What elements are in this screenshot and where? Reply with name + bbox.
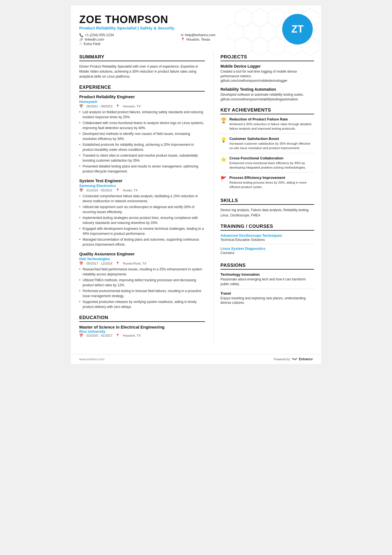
avatar: ZT (282, 14, 313, 45)
achievement-title-1: Reduction of Product Failure Rate (229, 117, 314, 121)
phone-item: 📞 +1-(234)-555-1234 (79, 33, 175, 37)
achievement-content-4: Process Efficiency Improvement Reduced t… (229, 176, 314, 189)
training-title: TRAINING / COURSES (220, 224, 314, 231)
bullet-3-3: Performed environmental testing to forec… (79, 288, 205, 299)
candidate-name: ZOE THOMPSON (79, 14, 277, 26)
achievement-item-4: 🚩 Process Efficiency Improvement Reduced… (220, 176, 314, 192)
company-name-2: Samsung Electronics (79, 184, 205, 188)
skills-text: Device log analysis, Failure data analys… (220, 208, 314, 218)
edu-calendar-icon: 📅 (79, 334, 83, 337)
brand-name: Enhancv (299, 357, 313, 361)
project-item-2: Reliability Testing Automation Developed… (220, 87, 314, 102)
achievement-title-4: Process Efficiency Improvement (229, 176, 314, 180)
email-value: help@enhancv.com (185, 33, 215, 37)
phone-icon: 📞 (79, 33, 83, 37)
achievement-desc-2: Increased customer satisfaction by 35% t… (229, 141, 314, 150)
training-item-1: Advanced Oscilloscope Techniques Technic… (220, 233, 314, 244)
linkedin-value: linkedin.com (85, 38, 104, 41)
edu-location-icon: 📍 (116, 334, 120, 337)
email-item: ✉ help@enhancv.com (181, 33, 277, 37)
education-title: EDUCATION (79, 315, 205, 322)
email-icon: ✉ (181, 33, 183, 37)
job-item-3: Quality Assurance Engineer Dell Technolo… (79, 251, 205, 309)
bullet-1-4: Established protocols for reliability te… (79, 142, 205, 152)
job-meta-1: 📅 06/2021 - 09/2023 📍 Houston, TX (79, 104, 205, 108)
achievement-desc-1: Achieved a 30% reduction in failure rate… (229, 122, 314, 131)
company-name-1: Honeywell (79, 100, 205, 104)
edu-meta-1: 📅 01/2015 - 01/2017 📍 Houston, TX (79, 334, 205, 337)
bullet-3-2: Utilized FMEA methods, improving defect … (79, 278, 205, 288)
powered-by-label: Powered by (274, 357, 290, 361)
job-meta-2: 📅 01/2019 - 05/2021 📍 Austin, TX (79, 188, 205, 192)
extra-field-value: Extra Field (84, 42, 100, 46)
extra-field-item: ☆ Extra Field (79, 42, 175, 46)
achievements-title: KEY ACHIEVEMENTS (220, 107, 314, 114)
location-icon-2: 📍 (116, 188, 120, 192)
calendar-icon-2: 📅 (79, 188, 83, 192)
project-title-1: Mobile Device Logger (220, 64, 314, 68)
experience-title: EXPERIENCE (79, 85, 205, 92)
edu-date-1: 01/2015 - 01/2017 (86, 334, 112, 337)
location-item: 📍 Houston, Texas (181, 38, 277, 41)
achievement-item-1: 🏆 Reduction of Product Failure Rate Achi… (220, 117, 314, 134)
summary-text: Driven Product Reliability Specialist wi… (79, 64, 205, 79)
job-meta-3: 📅 05/2017 - 12/2018 📍 Round Rock, TX (79, 262, 205, 265)
training-org-2: Coursera (220, 251, 314, 255)
bullet-2-2: Utilized lab equipment such as oscillosc… (79, 204, 205, 214)
achievement-desc-3: Enhanced cross-functional team efficienc… (229, 161, 314, 170)
job-title-3: Quality Assurance Engineer (79, 251, 205, 256)
bullet-2-1: Conducted comprehensive failure data ana… (79, 194, 205, 204)
training-name-1: Advanced Oscilloscope Techniques (220, 233, 314, 238)
passion-desc-2: Enjoys traveling and exploring new place… (220, 296, 314, 305)
edu-location-1: Houston, TX (123, 334, 141, 337)
location-icon-3: 📍 (116, 262, 120, 265)
edu-item-1: Master of Science in Electrical Engineer… (79, 325, 205, 337)
location-icon-1: 📍 (116, 104, 120, 108)
passion-title-1: Technology Innovation (220, 272, 314, 277)
project-item-1: Mobile Device Logger Created a tool for … (220, 64, 314, 83)
achievement-content-2: Customer Satisfaction Boost Increased cu… (229, 137, 314, 150)
calendar-icon-1: 📅 (79, 104, 83, 108)
achievement-icon-4: 🚩 (220, 176, 227, 189)
job-date-1: 06/2021 - 09/2023 (86, 105, 112, 108)
calendar-icon-3: 📅 (79, 262, 83, 265)
passions-section: PASSIONS Technology Innovation Passionat… (220, 263, 314, 307)
job-item-1: Product Reliability Engineer Honeywell 📅… (79, 94, 205, 174)
achievement-title-2: Customer Satisfaction Boost (229, 137, 314, 141)
job-item-2: System Test Engineer Samsung Electronics… (79, 178, 205, 247)
training-section: TRAINING / COURSES Advanced Oscilloscope… (220, 224, 314, 257)
candidate-title: Product Reliability Specialist | Safety … (79, 26, 277, 30)
linkedin-item: 🔗 linkedin.com (79, 38, 175, 41)
right-column: PROJECTS Mobile Device Logger Created a … (214, 51, 321, 346)
header-left: ZOE THOMPSON Product Reliability Special… (79, 14, 277, 46)
achievement-icon-3: ⭐ (220, 156, 227, 170)
link-icon: 🔗 (79, 38, 83, 41)
footer-brand: Powered by Enhancv (274, 357, 313, 361)
skills-title: SKILLS (220, 198, 314, 205)
summary-title: SUMMARY (79, 54, 205, 61)
passion-item-1: Technology Innovation Passionate about e… (220, 272, 314, 289)
company-name-3: Dell Technologies (79, 257, 205, 261)
achievement-title-3: Cross-Functional Collaboration (229, 156, 314, 160)
training-name-2: Linux System Diagnostics (220, 246, 314, 251)
job-title-1: Product Reliability Engineer (79, 94, 205, 99)
achievement-desc-4: Reduced testing process times by 20%, ai… (229, 180, 314, 189)
job-location-1: Houston, TX (123, 105, 141, 108)
job-location-3: Round Rock, TX (123, 262, 146, 265)
summary-section: SUMMARY Driven Product Reliability Speci… (79, 54, 205, 79)
bullet-3-1: Researched field performance issues, res… (79, 267, 205, 277)
skills-section: SKILLS Device log analysis, Failure data… (220, 198, 314, 218)
avatar-initials: ZT (291, 23, 304, 35)
edu-school-1: Rice University (79, 329, 205, 334)
job-bullets-1: Led analysis on fielded product failures… (79, 110, 205, 174)
training-item-2: Linux System Diagnostics Coursera (220, 246, 314, 257)
achievement-item-3: ⭐ Cross-Functional Collaboration Enhance… (220, 156, 314, 173)
training-org-1: Technical Education Solutions (220, 238, 314, 242)
bullet-3-4: Supported production releases by verifyi… (79, 299, 205, 309)
achievement-icon-2: 💡 (220, 137, 227, 150)
contact-info: 📞 +1-(234)-555-1234 ✉ help@enhancv.com 🔗… (79, 33, 277, 46)
main-content: SUMMARY Driven Product Reliability Speci… (71, 51, 321, 354)
left-column: SUMMARY Driven Product Reliability Speci… (71, 51, 214, 346)
project-desc-2: Developed software to automate reliabili… (220, 92, 314, 102)
achievement-content-3: Cross-Functional Collaboration Enhanced … (229, 156, 314, 170)
